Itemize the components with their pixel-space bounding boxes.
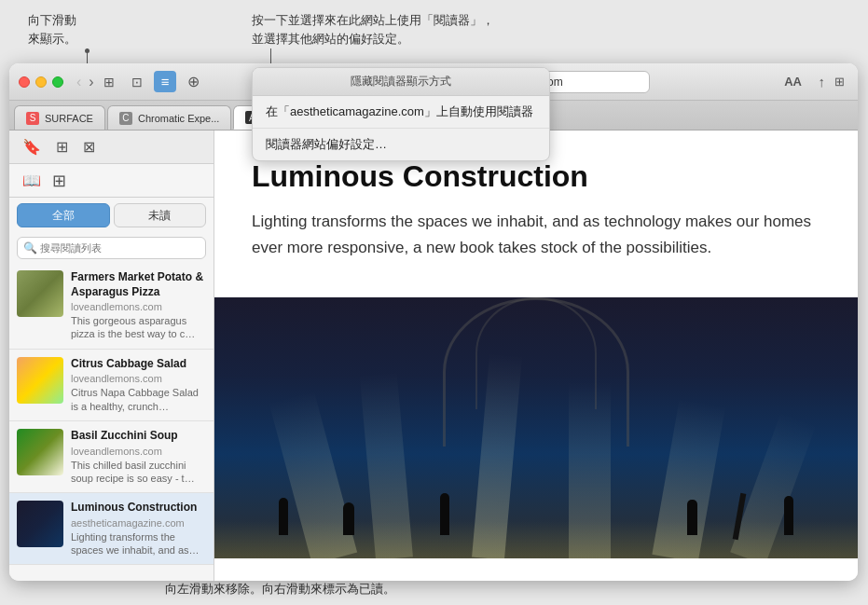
shared-links-icon-btn[interactable]: ⊠	[79, 136, 99, 158]
silhouette	[279, 498, 288, 535]
search-icon: 🔍	[23, 241, 37, 254]
item-title: Basil Zucchini Soup	[71, 429, 206, 444]
article-body: Lighting transforms the spaces we inhabi…	[252, 209, 820, 259]
item-content: Citrus Cabbage Salad loveandlemons.com C…	[71, 357, 206, 413]
item-desc: Citrus Napa Cabbage Salad is a healthy, …	[71, 386, 206, 413]
tab-overview-button[interactable]: ⊡	[126, 73, 148, 91]
tab-favicon-surface: S	[26, 112, 39, 125]
fullscreen-button[interactable]	[52, 76, 63, 88]
content-area[interactable]: Luminous Construction Lighting transform…	[214, 131, 858, 581]
sidebar-view-row: 📖 ⊞	[9, 164, 214, 198]
item-desc: Lighting transforms the spaces we inhabi…	[71, 530, 206, 557]
tab-label-chromatic: Chromatic Expe...	[138, 113, 219, 124]
share-button[interactable]: ↑	[819, 74, 826, 89]
traffic-lights	[19, 76, 63, 88]
tab-favicon-chromatic: C	[119, 112, 132, 125]
reader-appearance-button[interactable]: AA	[784, 75, 802, 89]
item-content: Basil Zucchini Soup loveandlemons.com Th…	[71, 429, 206, 485]
article-image	[214, 297, 858, 558]
reading-list-toggle-btn[interactable]: 📖	[19, 170, 45, 191]
sidebar-tab-all[interactable]: 全部	[17, 203, 110, 227]
item-content: Farmers Market Potato & Asparagus Pizza …	[71, 270, 206, 341]
bookmarks-icon-btn[interactable]: 🔖	[19, 136, 45, 158]
annotation-dot-top	[85, 48, 90, 53]
tab-label-surface: SURFACE	[45, 113, 93, 124]
item-domain: loveandlemons.com	[71, 301, 206, 312]
list-item[interactable]: Citrus Cabbage Salad loveandlemons.com C…	[9, 350, 214, 421]
item-domain: aestheticamagazine.com	[71, 517, 206, 529]
item-domain: loveandlemons.com	[71, 373, 206, 384]
close-button[interactable]	[19, 76, 30, 88]
copy-button[interactable]: ⊞	[834, 75, 845, 89]
item-title: Luminous Construction	[71, 501, 206, 516]
dropdown-header: 隱藏閱讀器顯示方式	[253, 68, 549, 96]
tab-chromatic[interactable]: C Chromatic Expe...	[107, 105, 231, 130]
item-title: Farmers Market Potato & Asparagus Pizza	[71, 270, 206, 299]
sidebar-tab-unread[interactable]: 未讀	[114, 203, 207, 227]
item-thumbnail	[17, 270, 63, 317]
silhouette	[343, 502, 354, 535]
dropdown-item-auto-reader[interactable]: 在「aestheticamagazine.com」上自動使用閱讀器	[253, 96, 549, 129]
item-title: Citrus Cabbage Salad	[71, 357, 206, 372]
list-item[interactable]: Basil Zucchini Soup loveandlemons.com Th…	[9, 421, 214, 493]
item-desc: This gorgeous asparagus pizza is the bes…	[71, 314, 206, 341]
annotation-scroll-down: 向下滑動 來顯示。	[28, 11, 76, 48]
silhouette	[784, 496, 793, 535]
back-button[interactable]: ‹	[73, 72, 85, 92]
sidebar-toggle-button[interactable]: ⊞	[98, 73, 120, 91]
search-input[interactable]	[17, 237, 206, 259]
list-item[interactable]: Luminous Construction aestheticamagazine…	[9, 493, 214, 565]
item-domain: loveandlemons.com	[71, 446, 206, 457]
list-item[interactable]: Farmers Market Potato & Asparagus Pizza …	[9, 263, 214, 350]
sidebar: 🔖 ⊞ ⊠ 📖 ⊞ 全部 未讀 🔍	[9, 131, 214, 581]
item-thumbnail	[17, 501, 63, 547]
annotation-reader-mode: 按一下並選擇來在此網站上使用「閱讀器」， 並選擇其他網站的偏好設定。	[252, 11, 606, 48]
sidebar-icons-row: 🔖 ⊞ ⊠	[9, 131, 214, 164]
tab-surface[interactable]: S SURFACE	[14, 105, 105, 130]
dropdown-menu: 隱藏閱讀器顯示方式 在「aestheticamagazine.com」上自動使用…	[252, 67, 550, 161]
reading-list-icon-btn[interactable]: ⊞	[52, 136, 72, 158]
dropdown-arrow	[266, 67, 281, 68]
minimize-button[interactable]	[35, 76, 47, 88]
reader-mode-button[interactable]: ≡	[154, 71, 177, 92]
forward-button[interactable]: ›	[85, 72, 97, 92]
reading-list: Farmers Market Potato & Asparagus Pizza …	[9, 263, 214, 581]
sidebar-tabs: 全部 未讀	[9, 198, 214, 233]
silhouette	[440, 493, 449, 535]
sidebar-grid-btn[interactable]: ⊞	[52, 171, 66, 191]
article-title: Luminous Construction	[252, 158, 820, 194]
main-area: 🔖 ⊞ ⊠ 📖 ⊞ 全部 未讀 🔍	[9, 131, 858, 581]
floor-light	[214, 521, 858, 558]
item-thumbnail	[17, 429, 63, 475]
dropdown-item-preferences[interactable]: 閱讀器網站偏好設定…	[253, 129, 549, 160]
item-content: Luminous Construction aestheticamagazine…	[71, 501, 206, 557]
item-desc: This chilled basil zucchini soup recipe …	[71, 459, 206, 486]
add-bookmark-button[interactable]: ⊕	[187, 73, 200, 90]
item-thumbnail	[17, 357, 63, 404]
search-bar: 🔍	[17, 237, 206, 259]
silhouette	[687, 500, 697, 535]
annotation-swipe: 向左滑動來移除。向右滑動來標示為已讀。	[93, 580, 466, 598]
